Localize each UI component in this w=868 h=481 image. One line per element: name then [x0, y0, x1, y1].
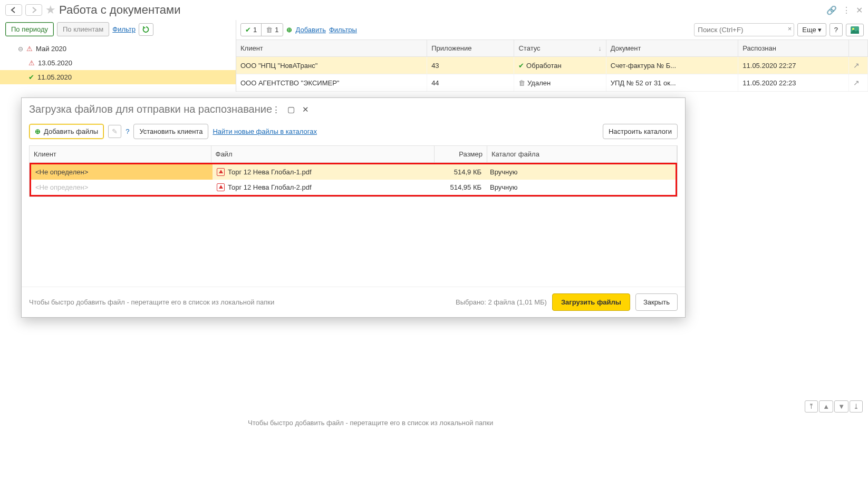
ok-icon: ✔ — [28, 73, 34, 81]
col-client[interactable]: Клиент — [236, 40, 427, 57]
table-row[interactable]: ООО АГЕНТСТВО "ЭКСИМЕР" 44 🗑 Удален УПД … — [236, 74, 868, 92]
titlebar: ★ Работа с документами 🔗 ⋮ ✕ — [0, 0, 868, 20]
tab-period[interactable]: По периоду — [5, 22, 54, 36]
trash-icon: 🗑 — [266, 26, 273, 34]
link-icon[interactable]: 🔗 — [826, 5, 837, 15]
page-title: Работа с документами — [59, 3, 181, 17]
tree-date-2-label: 11.05.2020 — [37, 73, 72, 81]
more-button[interactable]: Еще▾ — [797, 23, 826, 36]
left-toolbar: По периоду По клиентам Фильтр — [0, 20, 236, 38]
nav-forward-button[interactable] — [25, 4, 42, 16]
trash-icon: 🗑 — [518, 79, 525, 87]
help-button[interactable]: ? — [830, 23, 843, 36]
col-doc[interactable]: Документ — [606, 40, 738, 57]
search-input[interactable] — [694, 23, 794, 36]
filter-link[interactable]: Фильтр — [112, 25, 136, 33]
tree-date-1-label: 13.05.2020 — [38, 59, 72, 67]
picture-button[interactable] — [846, 24, 864, 36]
tree-date-1[interactable]: ⚠ 13.05.2020 — [0, 56, 236, 70]
filters-link[interactable]: Фильтры — [329, 26, 357, 34]
col-attach[interactable]: Приложение — [427, 40, 514, 57]
ok-counter[interactable]: ✔1 — [241, 24, 262, 36]
col-status[interactable]: Статус↓ — [514, 40, 606, 57]
status-counters: ✔1 🗑1 — [240, 23, 283, 36]
favorite-star-icon[interactable]: ★ — [45, 3, 56, 17]
collapse-icon[interactable]: ⊖ — [18, 45, 23, 53]
date-tree: ⊖ ⚠ Май 2020 ⚠ 13.05.2020 ✔ 11.05.2020 — [0, 38, 236, 84]
nav-back-button[interactable] — [5, 4, 22, 16]
sort-desc-icon: ↓ — [598, 44, 602, 52]
refresh-button[interactable] — [139, 23, 153, 36]
tab-clients[interactable]: По клиентам — [57, 22, 109, 36]
ok-icon: ✔ — [518, 62, 524, 70]
chevron-down-icon: ▾ — [818, 26, 822, 34]
plus-icon: ⊕ — [286, 26, 292, 34]
col-recognized[interactable]: Распознан — [738, 40, 849, 57]
warning-icon: ⚠ — [26, 45, 33, 53]
tree-month-label: Май 2020 — [36, 45, 66, 53]
add-link[interactable]: Добавить — [295, 26, 325, 34]
right-toolbar: ✔1 🗑1 ⊕ Добавить Фильтры × Еще▾ ? — [236, 20, 868, 40]
svg-point-1 — [852, 28, 854, 30]
ok-icon: ✔ — [245, 26, 251, 34]
documents-table: Клиент Приложение Статус↓ Документ Распо… — [236, 40, 868, 92]
kebab-menu-icon[interactable]: ⋮ — [842, 5, 851, 15]
tree-month[interactable]: ⊖ ⚠ Май 2020 — [0, 42, 236, 56]
table-row[interactable]: ООО "НПЦ "НовАТранс" 43 ✔ Обработан Счет… — [236, 57, 868, 74]
tree-date-2[interactable]: ✔ 11.05.2020 — [0, 70, 236, 84]
trash-counter[interactable]: 🗑1 — [262, 24, 283, 36]
open-icon[interactable]: ↗ — [853, 61, 860, 70]
clear-search-icon[interactable]: × — [788, 25, 792, 33]
warning-icon: ⚠ — [28, 59, 35, 67]
search-box: × — [694, 23, 794, 36]
close-icon[interactable]: ✕ — [856, 5, 863, 15]
open-icon[interactable]: ↗ — [853, 78, 860, 87]
